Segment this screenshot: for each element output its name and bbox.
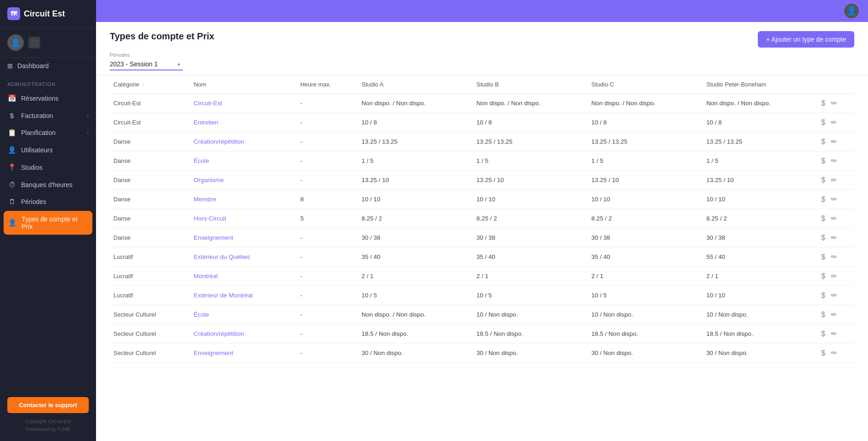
dollar-icon[interactable]: $	[821, 253, 825, 261]
dollar-icon[interactable]: $	[821, 291, 825, 300]
nom-link[interactable]: Création/répétition	[194, 138, 244, 145]
cell-studio-b: 10 / 5	[473, 286, 588, 305]
add-type-button[interactable]: + Ajouter un type de compte	[758, 31, 854, 48]
cell-nom[interactable]: Montréal	[190, 267, 297, 286]
cell-nom[interactable]: Enseignement	[190, 344, 297, 363]
nom-link[interactable]: Organisme	[194, 177, 224, 183]
nom-link[interactable]: Création/répétition	[194, 330, 244, 337]
dollar-icon[interactable]: $	[821, 349, 825, 357]
sidebar-item-periodes[interactable]: 🗒 Périodes	[0, 193, 96, 210]
edit-icon[interactable]: ✏	[831, 195, 837, 204]
table-row: Secteur Culturel Enseignement - 30 / Non…	[110, 344, 854, 363]
nom-link[interactable]: Enseignement	[194, 234, 233, 241]
edit-icon[interactable]: ✏	[831, 310, 837, 319]
cell-categorie: Secteur Culturel	[110, 344, 190, 363]
sidebar-item-reservations[interactable]: 📅 Réservations	[0, 90, 96, 107]
logo-icon: 🗺	[7, 7, 20, 20]
cell-actions: $ ✏	[818, 228, 854, 247]
periodes-select[interactable]: 2023 - Session 1 2023 - Session 2 2022 -…	[110, 59, 183, 70]
cell-actions: $ ✏	[818, 190, 854, 209]
cell-categorie: Secteur Culturel	[110, 324, 190, 344]
cell-nom[interactable]: Création/répétition	[190, 324, 297, 344]
dashboard-icon: ⊞	[7, 62, 13, 70]
dollar-icon[interactable]: $	[821, 176, 825, 184]
nom-link[interactable]: Circuit-Est	[194, 100, 222, 107]
edit-icon[interactable]: ✏	[831, 291, 837, 300]
sidebar-item-planification[interactable]: 📋 Planification ›	[0, 124, 96, 141]
dollar-icon[interactable]: $	[821, 234, 825, 242]
dollar-icon[interactable]: $	[821, 215, 825, 223]
user-action-icon[interactable]: ⬛	[28, 37, 40, 48]
edit-icon[interactable]: ✏	[831, 233, 837, 242]
sidebar-item-label-facturation: Facturation	[21, 112, 53, 119]
cell-categorie: Secteur Culturel	[110, 305, 190, 324]
dollar-icon[interactable]: $	[821, 157, 825, 165]
nom-link[interactable]: Hors-Circuit	[194, 215, 226, 222]
cell-nom[interactable]: École	[190, 151, 297, 171]
avatar: 👤	[7, 34, 24, 51]
sidebar-item-facturation[interactable]: $ Facturation ›	[0, 107, 96, 124]
cell-studio-b: 13.25 / 10	[473, 171, 588, 190]
types-table: Catégorie ↑ Nom Heure max. Studio A Stud…	[110, 75, 854, 363]
cell-studio-a: 10 / 8	[358, 113, 472, 132]
cell-nom[interactable]: Création/répétition	[190, 132, 297, 151]
cell-nom[interactable]: Hors-Circuit	[190, 209, 297, 228]
edit-icon[interactable]: ✏	[831, 137, 837, 146]
support-button[interactable]: Contacter le support	[7, 397, 89, 413]
edit-icon[interactable]: ✏	[831, 176, 837, 184]
sidebar-item-utilisateurs[interactable]: 👤 Utilisateurs	[0, 141, 96, 159]
cell-nom[interactable]: Organisme	[190, 171, 297, 190]
edit-icon[interactable]: ✏	[831, 214, 837, 223]
dollar-icon[interactable]: $	[821, 330, 825, 338]
dollar-icon[interactable]: $	[821, 311, 825, 319]
cell-nom[interactable]: Extérieur de Montréal	[190, 286, 297, 305]
nom-link[interactable]: Extérieur de Montréal	[194, 292, 253, 299]
header-avatar[interactable]: 👤	[844, 4, 859, 18]
cell-studio-c: 10 / Non dispo.	[588, 305, 702, 324]
cell-nom[interactable]: Circuit-Est	[190, 94, 297, 113]
edit-icon[interactable]: ✏	[831, 329, 837, 338]
dollar-icon[interactable]: $	[821, 272, 825, 280]
edit-icon[interactable]: ✏	[831, 349, 837, 357]
sidebar-item-label-banques-heures: Banques d'heures	[21, 181, 72, 188]
cell-nom[interactable]: Entretien	[190, 113, 297, 132]
edit-icon[interactable]: ✏	[831, 99, 837, 108]
dollar-icon[interactable]: $	[821, 99, 825, 108]
nom-link[interactable]: École	[194, 157, 209, 164]
dollar-icon[interactable]: $	[821, 195, 825, 204]
cell-studio-peter: 55 / 40	[702, 247, 817, 267]
cell-studio-a: 10 / 10	[358, 190, 472, 209]
nom-link[interactable]: École	[194, 311, 209, 318]
table-row: Lucratif Extérieur de Montréal - 10 / 5 …	[110, 286, 854, 305]
table-row: Secteur Culturel Création/répétition - 1…	[110, 324, 854, 344]
sidebar-item-banques-heures[interactable]: ⏱ Banques d'heures	[0, 176, 96, 193]
cell-studio-b: 1 / 5	[473, 151, 588, 171]
cell-nom[interactable]: Membre	[190, 190, 297, 209]
edit-icon[interactable]: ✏	[831, 118, 837, 127]
sidebar-item-dashboard[interactable]: ⊞ Dashboard	[0, 58, 96, 74]
sidebar-item-types-compte[interactable]: 👤 Types de compte et Prix	[4, 211, 92, 235]
dollar-icon[interactable]: $	[821, 118, 825, 127]
sidebar-user: 👤 ⬛	[0, 28, 96, 58]
cell-nom[interactable]: École	[190, 305, 297, 324]
cell-heure-max: -	[297, 171, 358, 190]
cell-nom[interactable]: Extérieur du Québec	[190, 247, 297, 267]
edit-icon[interactable]: ✏	[831, 156, 837, 165]
edit-icon[interactable]: ✏	[831, 253, 837, 261]
sidebar-item-studios[interactable]: 📍 Studios	[0, 159, 96, 176]
dollar-icon[interactable]: $	[821, 138, 825, 146]
nom-link[interactable]: Montréal	[194, 273, 218, 280]
copyright-line2: Developed by FJNR	[7, 425, 89, 434]
col-studio-peter: Studio Peter-Boneham	[702, 75, 817, 94]
nom-link[interactable]: Membre	[194, 196, 217, 203]
action-buttons: $ ✏	[821, 329, 851, 338]
nom-link[interactable]: Enseignement	[194, 350, 233, 356]
cell-heure-max: -	[297, 286, 358, 305]
cell-studio-b: 2 / 1	[473, 267, 588, 286]
sidebar-logo: 🗺 Circuit Est	[0, 0, 96, 28]
nom-link[interactable]: Entretien	[194, 119, 219, 126]
cell-categorie: Danse	[110, 228, 190, 247]
nom-link[interactable]: Extérieur du Québec	[194, 253, 251, 260]
edit-icon[interactable]: ✏	[831, 272, 837, 280]
cell-nom[interactable]: Enseignement	[190, 228, 297, 247]
